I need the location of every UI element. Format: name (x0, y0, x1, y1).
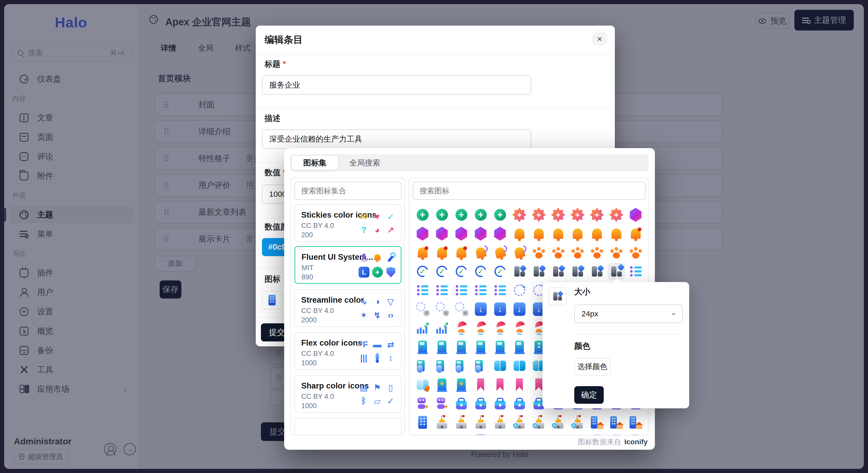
grid-icon-book-open[interactable] (512, 358, 527, 373)
grid-icon-app-generic[interactable] (531, 264, 547, 279)
grid-icon-briefcase[interactable] (473, 396, 488, 411)
grid-icon-bookmark-ribbon[interactable] (512, 377, 527, 392)
grid-icon-arrow-down-square[interactable]: ↓ (493, 302, 507, 317)
grid-icon-notebook-database[interactable] (435, 358, 450, 373)
grid-icon-notebook[interactable] (435, 339, 450, 354)
grid-icon-bookmark-ribbon[interactable] (473, 377, 488, 392)
grid-icon-animal-paw[interactable] (590, 245, 604, 260)
icon-set-card-Stickies color icons[interactable]: Stickies color iconsCC BY 4.0200✉♥✓?◕↗ (294, 204, 401, 242)
grid-icon-bot-sparkle[interactable]: ✦ (415, 396, 430, 411)
grid-icon-alert-badge[interactable] (435, 245, 450, 260)
grid-icon-notebook-database[interactable] (454, 358, 469, 373)
grid-icon-arrow-dashed-sync[interactable]: ↘ (512, 283, 527, 298)
grid-icon-bookmark-ribbon[interactable] (493, 377, 507, 392)
grid-icon-hexagon-gradient[interactable] (493, 226, 507, 241)
grid-icon-notebook[interactable] (415, 339, 430, 354)
grid-icon-briefcase[interactable] (454, 396, 469, 411)
grid-icon-arrow-sync-check[interactable]: ✓ (435, 264, 450, 279)
grid-icon-add-starburst[interactable]: + (512, 207, 527, 222)
grid-icon-book-star[interactable]: ★ (454, 377, 469, 392)
grid-icon-list-bullets[interactable] (493, 283, 507, 298)
grid-icon-building-home[interactable] (628, 415, 643, 430)
grid-icon-alert-ring[interactable] (512, 245, 527, 260)
grid-icon-list-bullets[interactable] (454, 283, 469, 298)
icon-set-search-input[interactable] (294, 182, 401, 200)
grid-icon-alert-bell[interactable] (590, 226, 604, 241)
dialog-tab-全局搜索[interactable]: 全局搜索 (338, 156, 392, 170)
grid-icon-briefcase[interactable] (493, 396, 507, 411)
grid-icon-app-generic[interactable] (570, 264, 585, 279)
grid-icon-animal-paw[interactable] (531, 245, 547, 260)
grid-icon-building[interactable] (415, 415, 430, 430)
size-select[interactable]: 24px › (574, 304, 683, 323)
grid-icon-alert-ring[interactable] (473, 245, 488, 260)
grid-icon-app-generic-selected[interactable] (608, 263, 625, 280)
icon-search-input[interactable] (413, 182, 646, 200)
icon-set-card-Sharp color icons[interactable]: Sharp color iconsCC BY 4.01000▤⚑▯ᛒ▱✓ (294, 375, 401, 413)
grid-icon-book-open[interactable] (493, 434, 507, 436)
grid-icon-animal-paw[interactable] (570, 245, 585, 260)
grid-icon-hexagon-gradient[interactable] (415, 226, 430, 241)
grid-icon-building-home[interactable] (590, 415, 604, 430)
grid-icon-app-generic[interactable] (590, 264, 604, 279)
grid-icon-notebook[interactable] (493, 339, 507, 354)
grid-icon-building-government[interactable] (454, 415, 469, 430)
grid-icon-building-government[interactable] (473, 415, 488, 430)
grid-icon-building[interactable] (590, 434, 604, 436)
grid-icon-briefcase[interactable] (512, 396, 527, 411)
grid-icon-bot-sparkle[interactable]: ✦ (435, 396, 450, 411)
grid-icon-alert-bell[interactable] (609, 226, 624, 241)
grid-icon-alert-bell[interactable] (551, 226, 566, 241)
grid-icon-add-starburst[interactable]: + (531, 207, 547, 222)
description-field-input[interactable] (262, 129, 531, 149)
grid-icon-alert-bell[interactable] (531, 226, 547, 241)
grid-icon-add-circle[interactable]: + (493, 207, 507, 222)
grid-icon-arrow-down-square[interactable]: ↓ (473, 302, 488, 317)
grid-icon-building-government-search[interactable] (512, 415, 527, 430)
grid-icon-list-bullets[interactable] (435, 283, 450, 298)
grid-icon-app-generic[interactable] (512, 264, 527, 279)
grid-icon-animal-paw[interactable] (628, 245, 643, 260)
grid-icon-list-bullets[interactable] (628, 264, 643, 279)
grid-icon-add-circle[interactable]: + (473, 207, 488, 222)
grid-icon-briefcase[interactable] (415, 434, 430, 436)
grid-icon-arrow-sync-settings[interactable] (454, 302, 469, 317)
grid-icon-add-circle[interactable]: + (435, 207, 450, 222)
iconify-link[interactable]: Iconify (624, 438, 648, 446)
grid-icon-building-government[interactable] (435, 415, 450, 430)
icon-set-card-partial[interactable] (294, 418, 401, 436)
icon-set-card-Flex color icons[interactable]: Flex color iconsCC BY 4.01000°F▬⇄|||↕ (294, 332, 401, 370)
grid-icon-building-government-search[interactable] (551, 415, 566, 430)
grid-icon-arrow-sync-check[interactable]: ✓ (493, 264, 507, 279)
grid-icon-alert-badge[interactable] (628, 226, 643, 241)
grid-icon-hexagon-gradient[interactable] (473, 226, 488, 241)
grid-icon-bookmark-ribbon[interactable] (531, 434, 547, 436)
grid-icon-beach-umbrella[interactable]: ≈ (493, 321, 507, 335)
grid-icon-list-bullets[interactable] (473, 283, 488, 298)
grid-icon-book-open-rocket[interactable] (415, 377, 430, 392)
grid-icon-building[interactable] (628, 434, 643, 436)
grid-icon-notebook-database[interactable] (415, 358, 430, 373)
grid-icon-arrow-sync-check[interactable]: ✓ (454, 264, 469, 279)
grid-icon-beach-umbrella[interactable]: ≈ (473, 321, 488, 335)
grid-icon-notebook-database[interactable] (473, 358, 488, 373)
grid-icon-bookmark-ribbon[interactable] (570, 434, 585, 436)
grid-icon-alert-badge[interactable] (454, 245, 469, 260)
grid-icon-building[interactable] (609, 434, 624, 436)
grid-icon-book-open[interactable] (512, 434, 527, 436)
grid-icon-add-starburst[interactable]: + (590, 207, 604, 222)
grid-icon-alert-badge[interactable] (415, 245, 430, 260)
grid-icon-building-government-search[interactable] (531, 415, 547, 430)
grid-icon-hexagon-gradient[interactable] (454, 226, 469, 241)
grid-icon-alert-bell[interactable] (570, 226, 585, 241)
grid-icon-arrow-sync-check[interactable]: ✓ (473, 264, 488, 279)
grid-icon-arrow-sync-settings[interactable] (415, 302, 430, 317)
grid-icon-hexagon-gradient[interactable] (435, 226, 450, 241)
pick-color-button[interactable]: 选择颜色 (574, 358, 611, 376)
grid-icon-building-government-search[interactable] (570, 415, 585, 430)
grid-icon-animal-paw[interactable] (551, 245, 566, 260)
grid-icon-chart-trending-up[interactable]: ↗ (415, 321, 430, 335)
grid-icon-book-open[interactable] (493, 358, 507, 373)
grid-icon-arrow-sync-settings[interactable] (435, 302, 450, 317)
grid-icon-alert-ring[interactable] (493, 245, 507, 260)
